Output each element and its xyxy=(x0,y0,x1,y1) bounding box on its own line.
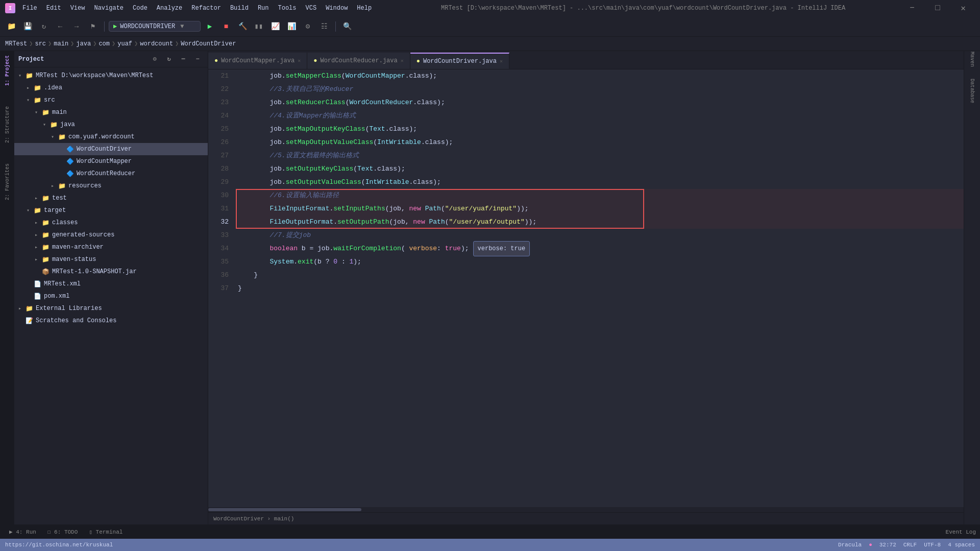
menu-tools[interactable]: Tools xyxy=(274,4,301,13)
menu-window[interactable]: Window xyxy=(322,4,352,13)
todo-tab[interactable]: ☐ 6: TODO xyxy=(42,528,83,536)
coverage-button[interactable]: 📈 xyxy=(268,19,282,34)
code-line-37[interactable]: } xyxy=(238,282,964,295)
code-line-34[interactable]: boolean b = job.waitForCompletion( verbo… xyxy=(238,242,964,255)
close-icon[interactable]: − xyxy=(191,53,204,65)
code-line-24[interactable]: //4.设置Mapper的输出格式 xyxy=(238,109,964,123)
pause-button[interactable]: ▮▮ xyxy=(252,19,266,34)
profile-button[interactable]: 📊 xyxy=(284,19,299,34)
structure-panel-button[interactable]: 2: Structure xyxy=(2,104,12,145)
search-button[interactable]: 🔍 xyxy=(340,19,354,34)
bookmark-button[interactable]: ⚑ xyxy=(86,19,100,34)
code-line-25[interactable]: job.setMapOutputKeyClass(Text.class); xyxy=(238,123,964,136)
tree-item[interactable]: ▸📁maven-archiver xyxy=(14,241,208,253)
cursor-position[interactable]: 32:72 xyxy=(879,542,896,548)
close-tab-driver[interactable]: ✕ xyxy=(500,58,503,64)
run-button[interactable]: ▶ xyxy=(203,19,217,34)
code-content[interactable]: job.setMapperClass(WordCountMapper.class… xyxy=(234,69,964,507)
tree-item[interactable]: ▸📁.idea xyxy=(14,82,208,94)
horizontal-scrollbar[interactable] xyxy=(208,507,964,512)
tree-item[interactable]: ▾📁MRTest D:\workspace\Maven\MRTest xyxy=(14,69,208,82)
code-line-36[interactable]: } xyxy=(238,269,964,282)
tree-item[interactable]: 🔷WordCountReducer xyxy=(14,167,208,180)
code-line-27[interactable]: //5.设置文档最终的输出格式 xyxy=(238,149,964,162)
tree-item[interactable]: ▸📁maven-status xyxy=(14,253,208,266)
tree-item[interactable]: 📦MRTest-1.0-SNAPSHOT.jar xyxy=(14,266,208,278)
save-all-button[interactable]: 💾 xyxy=(20,19,35,34)
maximize-button[interactable]: □ xyxy=(926,0,949,16)
breadcrumb-main[interactable]: main xyxy=(54,40,68,47)
git-status[interactable]: https://git.oschina.net/kruskual xyxy=(5,542,113,548)
close-tab-reducer[interactable]: ✕ xyxy=(401,58,404,64)
menu-edit[interactable]: Edit xyxy=(42,4,65,13)
theme-label[interactable]: Dracula xyxy=(838,542,862,548)
settings-button[interactable]: ⚙ xyxy=(301,19,315,34)
close-button[interactable]: ✕ xyxy=(951,0,975,16)
sync-icon[interactable]: ↻ xyxy=(163,53,175,65)
build-button[interactable]: 🔨 xyxy=(235,19,250,34)
menu-build[interactable]: Build xyxy=(226,4,253,13)
grid-button[interactable]: ☷ xyxy=(317,19,331,34)
database-panel-button[interactable]: Database xyxy=(966,85,978,97)
tree-item[interactable]: ▸📁test xyxy=(14,192,208,204)
maven-panel-button[interactable]: Maven xyxy=(966,53,978,65)
code-line-33[interactable]: //7.提交job xyxy=(238,229,964,242)
menu-help[interactable]: Help xyxy=(353,4,376,13)
code-line-29[interactable]: job.setOutputValueClass(IntWritable.clas… xyxy=(238,176,964,189)
run-tab[interactable]: ▶ 4: Run xyxy=(4,528,41,536)
tree-item[interactable]: ▸📁resources xyxy=(14,180,208,192)
breadcrumb-file[interactable]: WordCountDriver xyxy=(181,40,236,47)
code-line-31[interactable]: FileInputFormat.setInputPaths(job, new P… xyxy=(238,202,964,215)
tree-item[interactable]: ▸📁classes xyxy=(14,217,208,229)
terminal-tab[interactable]: ▯ Terminal xyxy=(84,528,128,536)
line-ending[interactable]: CRLF xyxy=(903,542,917,548)
code-line-30[interactable]: //6.设置输入输出路径 xyxy=(238,189,964,202)
menu-vcs[interactable]: VCS xyxy=(302,4,321,13)
charset[interactable]: UTF-8 xyxy=(924,542,941,548)
sidebar-actions[interactable]: ⚙ ↻ ⋯ − xyxy=(149,53,204,65)
scrollbar-thumb[interactable] xyxy=(208,508,361,511)
breadcrumb-src[interactable]: src xyxy=(35,40,46,47)
menu-view[interactable]: View xyxy=(66,4,89,13)
menu-bar[interactable]: File Edit View Navigate Code Analyze Ref… xyxy=(18,4,376,13)
breadcrumb-com[interactable]: com xyxy=(99,40,110,47)
tree-item[interactable]: 📝Scratches and Consoles xyxy=(14,315,208,327)
breadcrumb-wordcount[interactable]: wordcount xyxy=(140,40,173,47)
tree-item[interactable]: ▸📁generated-sources xyxy=(14,229,208,241)
code-line-23[interactable]: job.setReducerClass(WordCountReducer.cla… xyxy=(238,96,964,109)
stop-button[interactable]: ■ xyxy=(219,19,233,34)
code-line-26[interactable]: job.setMapOutputValueClass(IntWritable.c… xyxy=(238,136,964,149)
breadcrumb-yuaf[interactable]: yuaf xyxy=(117,40,132,47)
collapse-icon[interactable]: ⋯ xyxy=(177,53,189,65)
event-log-button[interactable]: Event Log xyxy=(946,529,976,535)
code-line-28[interactable]: job.setOutputKeyClass(Text.class); xyxy=(238,162,964,176)
minimize-button[interactable]: − xyxy=(900,0,924,16)
tab-wordcountreducer[interactable]: ● WordCountReducer.java ✕ xyxy=(307,53,410,69)
tree-item[interactable]: ▾📁com.yuaf.wordcount xyxy=(14,131,208,143)
tree-item[interactable]: ▾📁target xyxy=(14,204,208,217)
forward-button[interactable]: → xyxy=(69,19,84,34)
menu-file[interactable]: File xyxy=(18,4,41,13)
back-button[interactable]: ← xyxy=(53,19,67,34)
window-controls[interactable]: − □ ✕ xyxy=(900,0,975,16)
code-editor[interactable]: 2122232425262728293031323334353637 job.s… xyxy=(208,69,964,507)
tree-item[interactable]: ▾📁java xyxy=(14,118,208,131)
tab-wordcountmapper[interactable]: ● WordCountMapper.java ✕ xyxy=(208,53,307,69)
menu-navigate[interactable]: Navigate xyxy=(90,4,128,13)
tree-item[interactable]: ▾📁src xyxy=(14,94,208,106)
code-line-22[interactable]: //3.关联自己写的Reducer xyxy=(238,83,964,96)
menu-analyze[interactable]: Analyze xyxy=(153,4,186,13)
run-config-selector[interactable]: ▶ WORDCOUNTDRIVER ▼ xyxy=(109,21,201,32)
close-tab-mapper[interactable]: ✕ xyxy=(298,58,301,64)
tree-item[interactable]: 📄pom.xml xyxy=(14,290,208,302)
project-panel-button[interactable]: 1: Project xyxy=(2,53,12,88)
code-line-35[interactable]: System.exit(b ? 0 : 1); xyxy=(238,255,964,269)
tab-wordcountdriver[interactable]: ● WordCountDriver.java ✕ xyxy=(410,53,509,69)
menu-run[interactable]: Run xyxy=(254,4,273,13)
tree-item[interactable]: 🔷WordCountDriver xyxy=(14,143,208,155)
tree-item[interactable]: 🔷WordCountMapper xyxy=(14,155,208,167)
sync-button[interactable]: ↻ xyxy=(37,19,51,34)
tree-item[interactable]: 📄MRTest.xml xyxy=(14,278,208,290)
favorites-panel-button[interactable]: 2: Favorites xyxy=(2,161,12,202)
menu-code[interactable]: Code xyxy=(129,4,152,13)
